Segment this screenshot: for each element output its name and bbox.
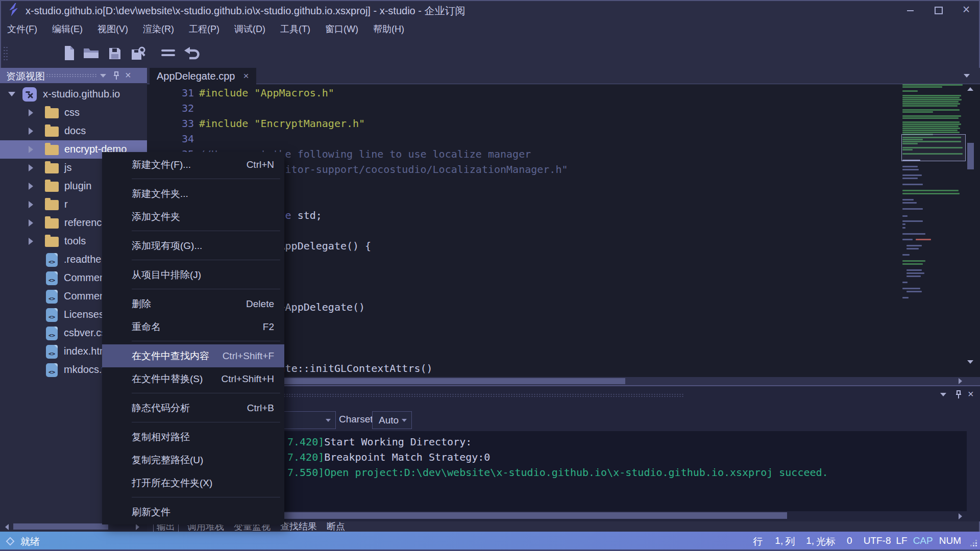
chevron-right-icon[interactable] [29, 238, 33, 245]
context-menu: 新建文件(F)...Ctrl+N新建文件夹...添加文件夹添加现有项(G)...… [102, 152, 284, 524]
minimap-line [902, 130, 958, 131]
menu-bar: 文件(F)编辑(E)视图(V)渲染(R)工程(P)调试(D)工具(T)窗口(W)… [0, 19, 980, 39]
scroll-right-icon[interactable] [959, 513, 962, 519]
status-ready: 就绪 [20, 535, 40, 548]
context-menu-item-10[interactable]: 重命名F2 [102, 315, 284, 338]
new-file-icon[interactable] [63, 45, 76, 61]
undo-icon[interactable] [184, 47, 200, 60]
context-menu-item-5[interactable]: 添加现有项(G)... [102, 234, 284, 257]
chevron-right-icon[interactable] [29, 183, 33, 190]
toolbar: 1334x750[iPh6] Landscape Local Lua Debug… [0, 39, 980, 68]
lines-icon[interactable] [161, 49, 176, 57]
menu-item-label: 新建文件夹... [132, 187, 188, 201]
tree-item-docs[interactable]: docs [0, 122, 147, 140]
menu-item-label: 在文件中替换(S) [132, 372, 203, 386]
open-folder-icon[interactable] [83, 46, 100, 61]
tree-item-label: index.htm [64, 345, 108, 357]
folder-icon [45, 108, 59, 118]
menubar-item-8[interactable]: 帮助(H) [373, 23, 404, 35]
context-menu-item-12[interactable]: 在文件中查找内容Ctrl+Shift+F [102, 344, 284, 367]
line-number: 34 [147, 131, 194, 146]
sidebar-hscrollbar-thumb[interactable] [13, 523, 108, 530]
menubar-item-7[interactable]: 窗口(W) [325, 23, 358, 35]
vscrollbar-thumb[interactable] [967, 143, 974, 169]
chevron-right-icon[interactable] [29, 219, 33, 227]
context-menu-item-17[interactable]: 复制相对路径 [102, 425, 284, 448]
menubar-item-0[interactable]: 文件(F) [7, 23, 37, 35]
folder-icon [45, 145, 59, 155]
scroll-right-icon[interactable] [959, 378, 962, 384]
context-menu-item-9[interactable]: 删除Delete [102, 292, 284, 315]
panel-tab-3[interactable]: 查找结果 [279, 520, 318, 533]
save-all-icon[interactable] [131, 46, 146, 61]
save-icon[interactable] [108, 47, 121, 60]
log-line: 7.550]Open project:D:\dev\website\x-stud… [287, 465, 828, 480]
scroll-left-icon[interactable] [5, 524, 9, 530]
tree-item-root[interactable]: x-studio.github.io [0, 85, 147, 104]
context-menu-item-18[interactable]: 复制完整路径(U) [102, 448, 284, 471]
context-menu-item-0[interactable]: 新建文件(F)...Ctrl+N [102, 153, 284, 176]
file-icon [46, 290, 58, 304]
scroll-down-icon[interactable] [967, 360, 973, 364]
file-icon [46, 327, 58, 340]
tab-appdelegate[interactable]: AppDelegate.cpp × [150, 68, 256, 84]
minimap-line [906, 272, 924, 274]
pin-icon[interactable] [955, 390, 962, 399]
tree-item-css[interactable]: css [0, 104, 147, 122]
tab-close-icon[interactable]: × [243, 70, 249, 82]
minimap-line [902, 126, 959, 127]
chevron-right-icon[interactable] [29, 201, 33, 208]
minimap-line [902, 109, 960, 111]
minimize-button[interactable] [901, 3, 919, 16]
context-menu-item-7[interactable]: 从项目中排除(J) [102, 263, 284, 286]
menubar-item-5[interactable]: 调试(D) [234, 23, 265, 35]
menu-item-label: 从项目中排除(J) [132, 268, 201, 282]
menu-item-shortcut: F2 [263, 321, 274, 333]
context-menu-item-3[interactable]: 添加文件夹 [102, 205, 284, 228]
minimap-line [902, 121, 960, 123]
context-menu-item-19[interactable]: 打开所在文件夹(X) [102, 471, 284, 494]
resize-grip[interactable] [971, 540, 977, 546]
scroll-up-icon[interactable] [967, 87, 973, 91]
context-menu-item-13[interactable]: 在文件中替换(S)Ctrl+Shift+H [102, 367, 284, 390]
minimap-line [902, 199, 914, 201]
minimap[interactable] [902, 84, 965, 371]
minimap-line [902, 123, 961, 125]
menubar-item-4[interactable]: 工程(P) [189, 23, 219, 35]
minimap-line [902, 169, 919, 170]
toolbar-grip[interactable] [3, 46, 9, 61]
caps-indicator: CAP [913, 535, 933, 548]
minimap-line [902, 105, 958, 107]
t ab-list-icon[interactable] [964, 74, 970, 78]
editor-tab-bar: AppDelegate.cpp × [147, 68, 980, 84]
folder-icon [45, 127, 59, 137]
context-menu-item-15[interactable]: 静态代码分析Ctrl+B [102, 396, 284, 419]
menubar-item-1[interactable]: 编辑(E) [52, 23, 83, 35]
collapse-icon[interactable] [940, 393, 946, 396]
chevron-down-icon[interactable] [8, 92, 15, 96]
minimap-viewport[interactable] [901, 134, 966, 161]
menu-separator [132, 393, 280, 393]
minimap-line [902, 95, 961, 96]
log-timestamp: 7.420] [287, 436, 324, 448]
chevron-right-icon[interactable] [29, 109, 33, 116]
menubar-item-6[interactable]: 工具(T) [280, 23, 310, 35]
minimap-line [902, 282, 908, 283]
maximize-button[interactable] [930, 3, 947, 16]
chevron-right-icon[interactable] [29, 128, 33, 135]
menubar-item-3[interactable]: 渲染(R) [143, 23, 174, 35]
context-menu-item-2[interactable]: 新建文件夹... [102, 182, 284, 205]
panel-tab-4[interactable]: 断点 [326, 520, 346, 533]
scroll-right-icon[interactable] [136, 524, 139, 530]
charset-combobox[interactable]: Auto [372, 411, 412, 429]
minimap-line [902, 132, 960, 133]
chevron-right-icon[interactable] [29, 164, 33, 171]
minimap-line [902, 166, 918, 167]
chevron-right-icon[interactable] [29, 146, 33, 153]
context-menu-item-21[interactable]: 刷新文件 [102, 500, 284, 523]
close-button[interactable]: × [958, 3, 975, 16]
minimap-line [902, 90, 918, 92]
close-icon[interactable]: × [968, 389, 974, 398]
num-indicator: NUM [939, 535, 961, 548]
menubar-item-2[interactable]: 视图(V) [97, 23, 128, 35]
